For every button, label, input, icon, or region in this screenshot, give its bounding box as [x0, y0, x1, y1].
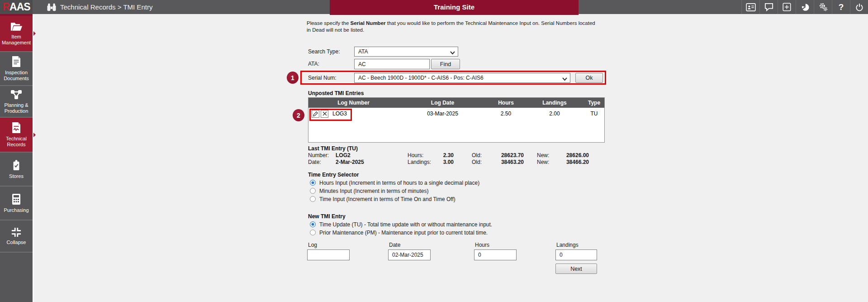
landings-old-value: 38463.20	[489, 159, 524, 165]
logo-letter-r: R	[2, 1, 9, 13]
sidebar-item-label: Planning & Production	[1, 102, 32, 114]
sidebar-item-label: Collapse	[1, 240, 32, 245]
ata-value: AC	[358, 61, 366, 67]
breadcrumb: Technical Records > TMI Entry	[60, 3, 152, 11]
hours-value: 2.30	[427, 152, 454, 158]
landings-input[interactable]: 0	[555, 249, 597, 260]
step-badge-2: 2	[293, 109, 304, 121]
sidebar-item-stores[interactable]: Stores	[0, 153, 33, 187]
chat-icon[interactable]	[759, 0, 778, 14]
col-type: Type	[584, 98, 604, 108]
hours-input-value: 0	[478, 252, 481, 258]
search-type-select[interactable]: ATA	[354, 47, 458, 57]
calculator-icon	[12, 193, 21, 205]
hours-field-label: Hours	[475, 242, 489, 248]
radio-time-input-label: Time Input (Increment in terms of Time O…	[319, 196, 455, 202]
technical-record-icon	[11, 122, 21, 134]
binoculars-icon	[47, 3, 57, 13]
radio-time-update-label: Time Update (TU) - Total time update wit…	[319, 221, 492, 228]
unposted-tmi-table: Log Number Log Date Hours Landings Type …	[308, 97, 605, 143]
radio-minutes-input-label: Minutes Input (Increment in terms of min…	[319, 188, 428, 194]
sidebar-item-planning-production[interactable]: Planning & Production	[0, 86, 33, 118]
hours-input[interactable]: 0	[474, 249, 517, 260]
radio-time-update[interactable]	[310, 221, 316, 227]
sidebar-item-label: Item Management	[1, 34, 32, 46]
cell-hours: 2.50	[487, 110, 525, 117]
tmi-entry-page: RAAS Technical Records > TMI Entry Train…	[0, 0, 868, 302]
logo-accent-strip	[0, 14, 33, 16]
radio-time-input[interactable]	[310, 196, 316, 202]
number-value: LOG2	[336, 152, 351, 158]
cell-landings: 2.00	[525, 110, 584, 117]
power-icon[interactable]	[850, 0, 868, 14]
sidebar-content-divider	[33, 16, 33, 302]
hours-label: Hours:	[408, 152, 423, 158]
new-label: New:	[537, 152, 549, 158]
hours-new-value: 28626.00	[554, 152, 589, 158]
cell-log-date: 03-Mar-2025	[398, 110, 487, 117]
radio-minutes-input[interactable]	[310, 188, 316, 194]
search-type-label: Search Type:	[308, 48, 340, 55]
ata-input[interactable]: AC	[354, 59, 430, 69]
settings-icon[interactable]	[814, 0, 832, 14]
radio-hours-input-label: Hours Input (Increment in terms of hours…	[319, 180, 479, 186]
sidebar-item-label: Stores	[1, 173, 32, 179]
raas-logo[interactable]: RAAS	[0, 0, 33, 14]
landings-value: 3.00	[427, 159, 454, 165]
sidebar-item-label: Purchasing	[1, 207, 32, 213]
sidebar: Item Management Inspection Documents Pla…	[0, 16, 33, 302]
tag-check-icon	[11, 159, 21, 171]
date-field-label: Date	[389, 242, 400, 248]
serial-highlight-box	[300, 71, 606, 85]
radio-prior-maintenance[interactable]	[310, 230, 316, 235]
sidebar-item-inspection-documents[interactable]: Inspection Documents	[0, 52, 33, 86]
add-icon[interactable]	[778, 0, 796, 14]
log-input[interactable]	[307, 249, 350, 260]
workflow-icon	[10, 89, 22, 100]
chevron-down-icon	[450, 50, 455, 56]
new-label: New:	[537, 159, 549, 165]
old-label: Old:	[472, 152, 482, 158]
radio-hours-input[interactable]	[310, 180, 316, 186]
old-label: Old:	[472, 159, 482, 165]
sidebar-item-purchasing[interactable]: Purchasing	[0, 187, 33, 221]
new-tmi-title: New TMI Entry	[308, 213, 346, 220]
table-row[interactable]: LOG3 03-Mar-2025 2.50 2.00 TU	[308, 108, 604, 120]
search-type-value: ATA	[358, 48, 368, 55]
training-site-banner: Training Site	[330, 0, 579, 15]
time-entry-selector-title: Time Entry Selector	[308, 172, 359, 178]
top-bar: RAAS Technical Records > TMI Entry Train…	[0, 0, 868, 14]
sidebar-item-technical-records[interactable]: Technical Records	[0, 118, 33, 153]
col-hours: Hours	[487, 98, 525, 108]
next-button[interactable]: Next	[555, 264, 597, 274]
col-log-date: Log Date	[398, 98, 487, 108]
last-tmi-title: Last TMI Entry (TU)	[308, 145, 358, 152]
col-landings: Landings	[525, 98, 584, 108]
id-card-icon[interactable]	[741, 0, 759, 14]
instruction-text: Please specify the Serial Number that yo…	[307, 20, 600, 34]
col-log-number: Log Number	[308, 98, 398, 108]
find-button[interactable]: Find	[431, 59, 460, 69]
pie-chart-icon[interactable]	[796, 0, 814, 14]
unposted-title: Unposted TMI Entries	[308, 90, 364, 96]
landings-field-label: Landings	[556, 242, 579, 248]
sidebar-item-item-management[interactable]: Item Management	[0, 16, 33, 52]
sidebar-item-label: Technical Records	[1, 136, 32, 148]
sidebar-item-collapse[interactable]: Collapse	[0, 221, 33, 253]
log-field-label: Log	[308, 242, 317, 248]
document-icon	[11, 56, 21, 67]
landings-new-value: 38466.20	[554, 159, 589, 165]
help-icon[interactable]: ?	[832, 0, 850, 14]
date-input-value: 02-Mar-2025	[392, 252, 423, 258]
radio-prior-maintenance-label: Prior Maintenance (PM) - Maintenance inp…	[319, 230, 488, 236]
log-row-highlight-box	[309, 109, 352, 121]
date-input[interactable]: 02-Mar-2025	[388, 249, 431, 260]
folder-icon	[10, 22, 23, 32]
cell-type: TU	[584, 110, 604, 117]
sidebar-item-label: Inspection Documents	[1, 70, 32, 81]
hours-old-value: 28623.70	[489, 152, 524, 158]
logo-letters-aas: AAS	[9, 1, 30, 13]
collapse-icon	[11, 227, 22, 237]
ata-label: ATA:	[308, 61, 319, 67]
table-header: Log Number Log Date Hours Landings Type	[308, 98, 604, 108]
